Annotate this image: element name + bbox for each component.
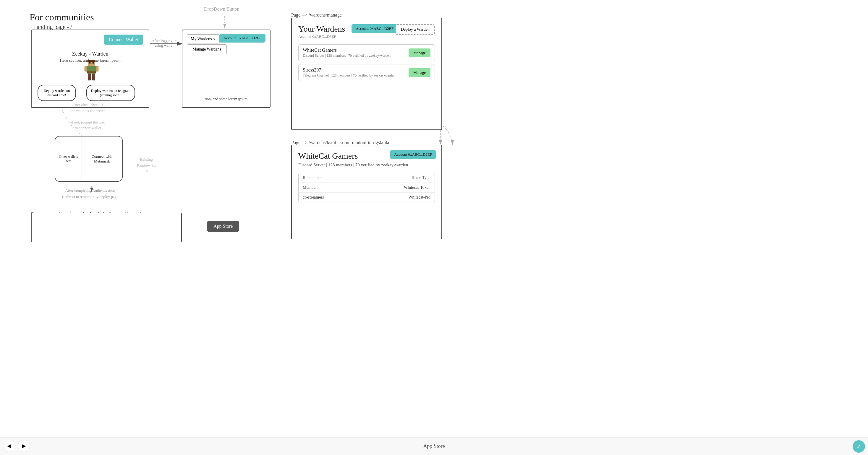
svg-rect-11	[87, 71, 96, 73]
deploy-discord-button[interactable]: Deploy warden on discord now!	[37, 85, 76, 101]
warden-card-info-2: Stress207 Telegram Channel | 128 members…	[303, 67, 395, 78]
svg-rect-7	[88, 60, 95, 62]
whitecat-page-desc: Discord Server | 128 members | 70 verifi…	[298, 162, 435, 167]
table-row-member: Member Whitecat-Token	[299, 183, 435, 193]
bottom-navigation: ◀ ▶ App Store ✓	[0, 437, 868, 455]
wallet-connect-modal: Other wallets here Connect with Metamask	[55, 136, 123, 182]
connect-wallet-button[interactable]: Connect Wallet	[104, 35, 144, 44]
whitecat-account-button[interactable]: Account 0xABC...D2EF	[390, 150, 436, 159]
warden-card-whitecat: WhiteCat Gamers Discord Server | 128 mem…	[298, 44, 435, 61]
warden-card-info: WhiteCat Gamers Discord Server | 128 mem…	[303, 47, 391, 58]
deploy-telegram-button[interactable]: Deploy warden on telegram (coming soon)!	[86, 85, 135, 101]
check-wallet-annotation: After click, check IFthe wallet is conne…	[62, 102, 114, 131]
existing-rainbow-annotation: ExistingRainbow kitUI	[127, 157, 165, 174]
character-avatar	[83, 60, 100, 82]
col-role-name: Role name	[303, 175, 320, 180]
wardens-account-sub: Account 0xABC...D3EF	[298, 34, 435, 39]
landing-page-box: Connect Wallet Zeekay - Warden Hero sect…	[31, 30, 149, 108]
dropdown-annotation: DropDown Button	[204, 6, 240, 12]
svg-rect-9	[93, 62, 94, 64]
warden-desc-whitecat: Discord Server | 128 members | 70 verifi…	[303, 54, 391, 58]
role-costreamers: co-streamers	[303, 195, 324, 200]
app-store-button[interactable]: App Store	[207, 221, 239, 232]
logged-hero-text: tion, and some lorem ipsum	[182, 97, 270, 101]
warden-name-stress207: Stress207	[303, 67, 395, 73]
check-button[interactable]: ✓	[852, 440, 865, 453]
svg-rect-15	[96, 66, 98, 72]
deploy-warden-button[interactable]: Deploy a Warden	[396, 24, 435, 35]
manage-whitecat-button[interactable]: Manage	[409, 48, 430, 57]
roles-table-header: Role name Token Type	[299, 173, 435, 183]
svg-rect-14	[85, 66, 87, 72]
whitecat-detail-page: Account 0xABC...D2EF WhiteCat Gamers Dis…	[291, 145, 442, 239]
svg-rect-12	[88, 73, 91, 80]
bottom-appstore-label: App Store	[423, 443, 445, 449]
svg-rect-8	[89, 62, 91, 64]
token-whitecat: Whitecat-Token	[404, 185, 430, 190]
col-token-type: Token Type	[411, 175, 430, 180]
after-auth-annotation: After completing AuthenticationRedirect …	[58, 188, 123, 200]
wardens-manage-route: Page --> /wardens/manage	[291, 12, 384, 18]
nav-arrows-container: ◀ ▶	[3, 440, 30, 452]
forward-button[interactable]: ▶	[18, 440, 30, 452]
warden-desc-stress207: Telegram Channel | 128 members | 70 veri…	[303, 73, 395, 78]
role-member: Member	[303, 185, 317, 190]
my-wardens-dropdown[interactable]: My Wardens ∨	[187, 34, 220, 43]
back-button[interactable]: ◀	[3, 440, 16, 452]
wardens-manage-page: Account 0xABC...D2EF Deploy a Warden You…	[291, 18, 442, 130]
after-login-annotation: After logging inusing wallet	[148, 38, 180, 48]
token-whitecat-pro: Whitecat-Pro	[408, 195, 430, 200]
section-title: For communities	[30, 12, 94, 23]
table-row-costreamers: co-streamers Whitecat-Pro	[299, 193, 435, 202]
deploy-discord-page	[31, 213, 182, 242]
manage-stress207-button[interactable]: Manage	[409, 68, 430, 77]
metamask-option[interactable]: Connect with Metamask	[82, 136, 122, 181]
landing-hero-title: Zeekay - Warden	[32, 51, 149, 57]
other-wallets-option[interactable]: Other wallets here	[55, 136, 82, 181]
logged-in-nav-box: My Wardens ∨ Account 0xABC...D2EF Manage…	[182, 30, 271, 108]
warden-name-whitecat: WhiteCat Gamers	[303, 47, 391, 53]
warden-card-stress207: Stress207 Telegram Channel | 128 members…	[298, 64, 435, 81]
account-button-nav[interactable]: Account 0xABC...D2EF	[219, 34, 266, 42]
wardens-account-button[interactable]: Account 0xABC...D2EF	[351, 24, 398, 33]
manage-wardens-menu-item[interactable]: Manage Wardens	[187, 44, 227, 54]
svg-rect-13	[92, 73, 95, 80]
roles-table: Role name Token Type Member Whitecat-Tok…	[298, 173, 435, 202]
